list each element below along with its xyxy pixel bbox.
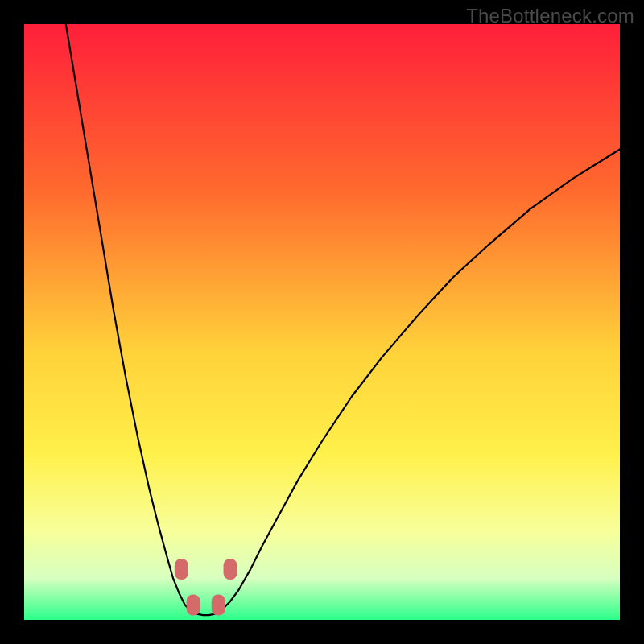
marker-point <box>212 595 225 616</box>
marker-point <box>187 595 200 616</box>
figure-frame: TheBottleneck.com <box>0 0 644 644</box>
plot-svg <box>24 24 620 620</box>
plot-area <box>24 24 620 620</box>
gradient-background <box>24 24 620 620</box>
marker-point <box>175 559 188 580</box>
marker-point <box>224 559 237 580</box>
